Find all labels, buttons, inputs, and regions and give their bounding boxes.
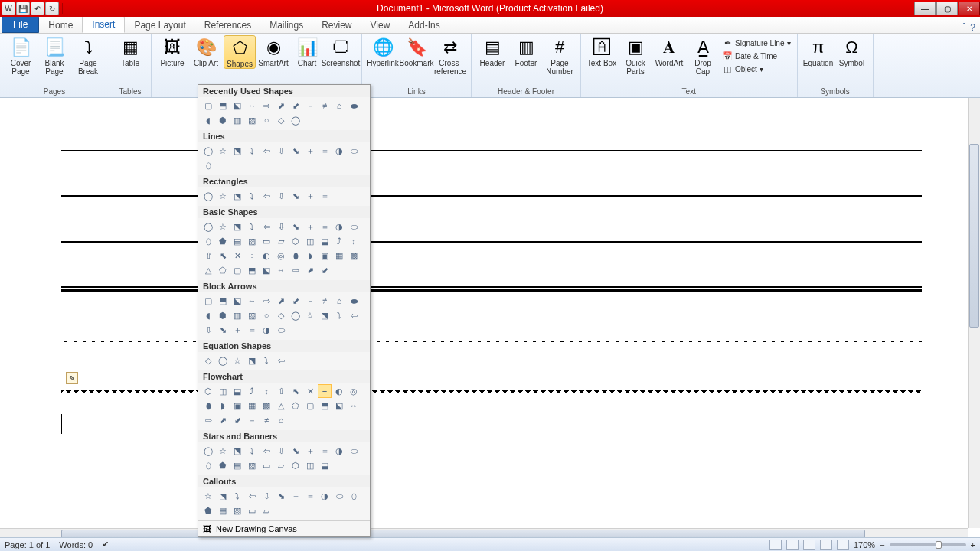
shape-item[interactable]: ⬭ [347, 220, 361, 233]
signature-line-button[interactable]: ✒Signature Line ▾ [720, 37, 792, 49]
shape-item[interactable]: ☆ [303, 308, 317, 322]
shape-item[interactable]: ⤵ [260, 354, 273, 367]
shape-item[interactable]: ⬢ [216, 308, 230, 322]
cross-reference-button[interactable]: ⇄Cross-reference [434, 35, 466, 76]
shape-item[interactable]: ⇦ [260, 189, 273, 203]
shape-item[interactable]: ◇ [274, 113, 288, 127]
shape-item[interactable]: ⇩ [201, 323, 215, 337]
tab-add-ins[interactable]: Add-Ins [399, 18, 449, 33]
page-number-button[interactable]: #Page Number [544, 35, 576, 76]
shape-item[interactable]: ⬊ [216, 323, 230, 337]
shape-item[interactable]: ⬊ [289, 144, 302, 158]
shape-item[interactable]: ⬔ [318, 308, 332, 322]
document-area[interactable]: ✎ [0, 98, 968, 528]
shape-item[interactable]: ＝ [303, 489, 317, 503]
shape-item[interactable]: ⬒ [318, 399, 332, 412]
shape-item[interactable]: ☆ [201, 489, 215, 503]
tab-insert[interactable]: Insert [82, 16, 125, 33]
tab-page-layout[interactable]: Page Layout [125, 18, 194, 33]
shape-item[interactable]: ▧ [230, 504, 244, 517]
chart-button[interactable]: 📊Chart [291, 35, 323, 67]
shape-item[interactable]: ⬭ [332, 489, 346, 503]
shape-item[interactable]: ⬮ [201, 399, 215, 412]
shape-item[interactable]: ▢ [201, 99, 215, 112]
shape-item[interactable]: ⬓ [230, 384, 244, 398]
undo-icon[interactable]: ↶ [31, 2, 44, 15]
shape-item[interactable]: ▨ [245, 308, 259, 322]
shape-item[interactable]: ⇩ [260, 489, 273, 503]
shape-item[interactable]: ◐ [332, 384, 346, 398]
shape-item[interactable]: ☆ [216, 189, 230, 203]
shape-item[interactable]: ⬉ [289, 384, 302, 398]
shape-item[interactable]: ＋ [289, 489, 302, 503]
minimize-button[interactable]: — [914, 2, 936, 15]
shape-item[interactable]: ⬊ [289, 220, 302, 233]
shape-item[interactable]: ⬟ [216, 234, 230, 248]
shape-item[interactable]: ⇨ [260, 99, 273, 112]
view-print-layout[interactable] [769, 540, 782, 550]
save-icon[interactable]: 💾 [16, 2, 30, 15]
status-zoom[interactable]: 170% [854, 540, 875, 549]
shape-item[interactable]: ⤵ [245, 444, 259, 458]
proofing-icon[interactable]: ✔ [102, 540, 109, 549]
drop-cap-button[interactable]: A̲Drop Cap [687, 35, 719, 76]
shape-item[interactable]: ▱ [274, 458, 288, 472]
shape-item[interactable]: ⬒ [216, 99, 230, 112]
shape-item[interactable]: ⤵ [245, 144, 259, 158]
shape-item[interactable]: － [303, 294, 317, 308]
shape-item[interactable]: ⬮ [289, 249, 302, 262]
shape-item[interactable]: ▦ [332, 249, 346, 262]
shape-item[interactable]: ◯ [289, 308, 302, 322]
shape-item[interactable]: ▩ [260, 399, 273, 412]
shape-item[interactable]: ＝ [318, 144, 332, 158]
tab-references[interactable]: References [195, 18, 260, 33]
shape-item[interactable]: ◗ [216, 399, 230, 412]
shape-item[interactable]: ⌂ [274, 413, 288, 427]
object-button[interactable]: ◫Object ▾ [720, 63, 792, 75]
shape-item[interactable]: ＝ [318, 444, 332, 458]
shape-item[interactable]: ⬊ [274, 489, 288, 503]
shape-item[interactable]: ↔ [245, 99, 259, 112]
hyperlink-button[interactable]: 🌐Hyperlink [367, 35, 399, 67]
view-outline[interactable] [820, 540, 832, 550]
shape-item[interactable]: ⬈ [303, 263, 317, 277]
shape-item[interactable]: ▤ [216, 504, 230, 517]
clip-art-button[interactable]: 🎨Clip Art [190, 35, 222, 67]
tab-review[interactable]: Review [312, 18, 361, 33]
shape-item[interactable]: ▤ [230, 458, 244, 472]
paste-options-icon[interactable]: ✎ [66, 372, 78, 384]
shape-item[interactable]: ◫ [303, 458, 317, 472]
shape-item[interactable]: ◯ [201, 444, 215, 458]
shape-item[interactable]: ⇩ [274, 144, 288, 158]
shape-item[interactable]: ⬋ [289, 99, 302, 112]
page-break-button[interactable]: ⤵Page Break [72, 35, 104, 76]
shape-item[interactable]: ⬡ [201, 384, 215, 398]
shape-item[interactable]: ⬊ [289, 189, 302, 203]
footer-button[interactable]: ▥Footer [510, 35, 542, 67]
shape-item[interactable]: ⇩ [274, 189, 288, 203]
shape-item[interactable]: ⇩ [274, 220, 288, 233]
shape-item[interactable]: ⬕ [260, 263, 273, 277]
minimize-ribbon-icon[interactable]: ˆ [962, 22, 965, 33]
shape-item[interactable]: ☆ [216, 144, 230, 158]
tab-mailings[interactable]: Mailings [260, 18, 312, 33]
shape-item[interactable]: ⬔ [230, 220, 244, 233]
shape-item[interactable]: ⬉ [216, 249, 230, 262]
shape-item[interactable]: ⤴ [245, 384, 259, 398]
shape-item[interactable]: ⇧ [201, 249, 215, 262]
shape-item[interactable]: ▭ [260, 234, 273, 248]
shape-item[interactable]: ⬬ [347, 294, 361, 308]
shape-item[interactable]: ⇧ [274, 384, 288, 398]
shape-item[interactable]: ＝ [245, 323, 259, 337]
shape-item[interactable]: ⬯ [201, 158, 215, 172]
view-draft[interactable] [837, 540, 849, 550]
shape-item[interactable]: ⇦ [274, 354, 288, 367]
shape-item[interactable]: ⇦ [260, 144, 273, 158]
shape-item[interactable]: ⬔ [230, 189, 244, 203]
table-button[interactable]: ▦Table [114, 35, 146, 67]
picture-button[interactable]: 🖼Picture [156, 35, 188, 67]
shape-item[interactable]: ▢ [230, 263, 244, 277]
shape-item[interactable]: ⬔ [230, 444, 244, 458]
zoom-slider[interactable] [890, 543, 966, 546]
shape-item[interactable]: ○ [260, 113, 273, 127]
